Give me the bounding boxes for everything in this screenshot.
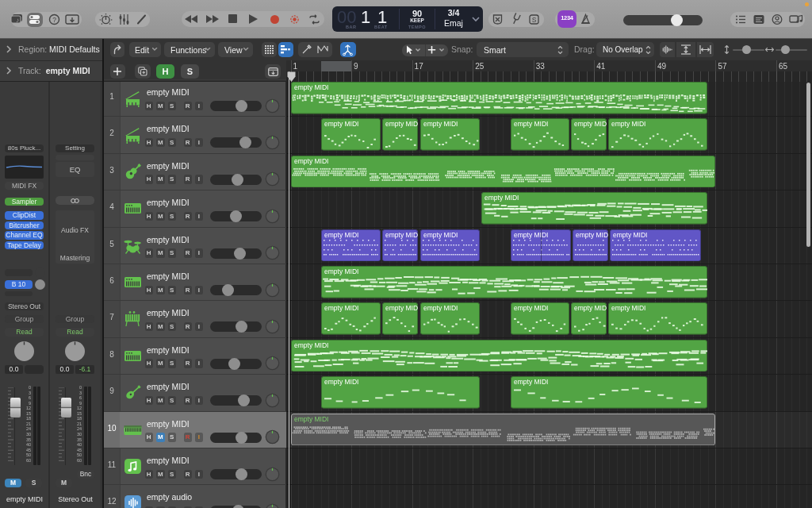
svg-text:empty MIDI: empty MIDI — [576, 231, 608, 239]
svg-text:35: 35 — [77, 437, 82, 442]
svg-text:21: 21 — [77, 421, 82, 426]
svg-text:empty MIDI: empty MIDI — [485, 194, 519, 202]
svg-text:empty MIDI: empty MIDI — [613, 231, 647, 239]
svg-text:18: 18 — [77, 416, 82, 421]
svg-text:18: 18 — [26, 416, 31, 421]
svg-text:empty MIDI: empty MIDI — [385, 120, 418, 128]
svg-text:empty MIDI: empty MIDI — [294, 83, 328, 91]
svg-text:50: 50 — [77, 452, 82, 457]
svg-text:empty MIDI: empty MIDI — [324, 120, 358, 128]
svg-text:empty MIDI: empty MIDI — [324, 267, 358, 275]
svg-text:3: 3 — [79, 391, 82, 395]
svg-text:empty MIDI: empty MIDI — [574, 120, 607, 128]
svg-text:24: 24 — [26, 426, 31, 431]
svg-text:empty MIDI: empty MIDI — [294, 341, 328, 349]
svg-text:empty MIDI: empty MIDI — [294, 157, 328, 165]
svg-text:45: 45 — [77, 448, 82, 452]
svg-text:♪: ♪ — [16, 17, 19, 24]
svg-text:15: 15 — [77, 411, 82, 416]
svg-text:21: 21 — [26, 421, 31, 426]
svg-text:9: 9 — [29, 401, 31, 406]
svg-text:empty MIDI: empty MIDI — [324, 304, 358, 312]
svg-text:empty MIDI: empty MIDI — [514, 120, 548, 128]
svg-text:empty MIDI: empty MIDI — [423, 120, 458, 128]
svg-text:40: 40 — [77, 442, 82, 447]
svg-text:empty MIDI: empty MIDI — [423, 231, 458, 239]
svg-text:40: 40 — [26, 442, 31, 447]
svg-text:9: 9 — [79, 401, 82, 406]
svg-text:empty MIDI: empty MIDI — [514, 231, 548, 239]
svg-text:empty MIDI: empty MIDI — [611, 120, 645, 128]
svg-text:empty MIDI: empty MIDI — [423, 304, 458, 312]
svg-text:15: 15 — [26, 411, 31, 416]
svg-text:30: 30 — [77, 432, 82, 437]
svg-text:24: 24 — [77, 426, 82, 431]
svg-text:3: 3 — [29, 391, 31, 395]
svg-text:0: 0 — [79, 386, 82, 390]
svg-text:empty MIDI: empty MIDI — [611, 304, 645, 312]
svg-text:empty MIDI: empty MIDI — [385, 304, 418, 312]
svg-text:0: 0 — [29, 386, 31, 390]
svg-text:empty MIDI: empty MIDI — [294, 415, 328, 423]
svg-text:6: 6 — [79, 395, 82, 400]
svg-text:?: ? — [52, 16, 56, 24]
svg-text:12: 12 — [77, 406, 82, 410]
svg-text:empty MIDI: empty MIDI — [324, 231, 358, 239]
svg-text:empty MIDI: empty MIDI — [324, 378, 358, 386]
svg-text:60: 60 — [77, 458, 82, 463]
svg-text:50: 50 — [26, 452, 31, 457]
svg-text:35: 35 — [26, 437, 31, 442]
svg-text:empty MIDI: empty MIDI — [574, 304, 607, 312]
svg-text:12: 12 — [26, 406, 31, 410]
svg-text:S: S — [532, 16, 537, 24]
svg-text:30: 30 — [26, 432, 31, 437]
svg-text:empty MIDI: empty MIDI — [514, 304, 548, 312]
svg-text:60: 60 — [26, 458, 31, 463]
svg-text:45: 45 — [26, 448, 31, 452]
svg-text:empty MIDI: empty MIDI — [385, 231, 418, 239]
svg-text:6: 6 — [29, 395, 31, 400]
svg-text:empty MIDI: empty MIDI — [514, 378, 548, 386]
